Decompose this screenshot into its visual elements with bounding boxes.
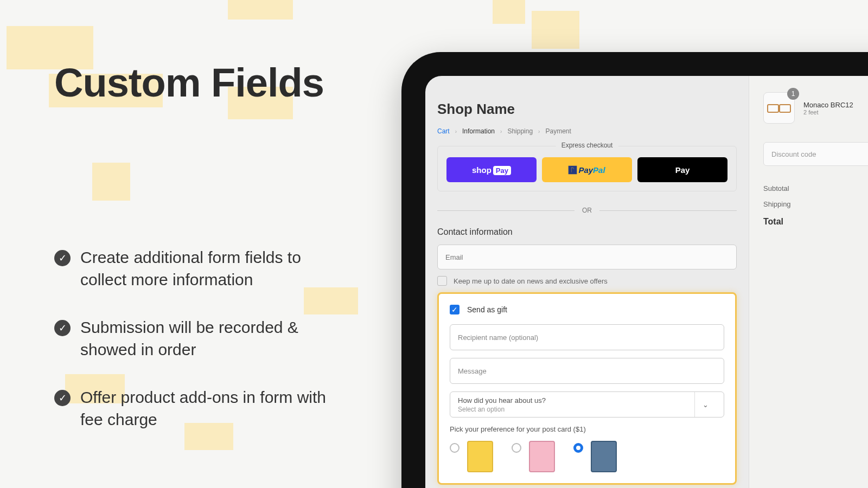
paypal-icon: 🅿 [569,165,577,175]
express-checkout-box: Express checkout shopPay 🅿 PayPal Pay [437,146,737,191]
radio-selected-icon[interactable] [573,443,583,453]
message-field[interactable]: Message [450,358,724,384]
postcard-option-2[interactable] [512,441,555,472]
hero-title: Custom Fields [54,60,342,106]
discount-code-field[interactable]: Discount code [763,142,868,166]
check-icon: ✓ [54,390,71,406]
check-icon: ✓ [54,320,71,336]
tablet-frame: Shop Name Cart › Information › Shipping … [401,52,868,488]
cart-item-row: 1 Monaco BRC12 2 feet [763,92,868,124]
newsletter-checkbox-row[interactable]: Keep me up to date on news and exclusive… [437,276,737,286]
or-divider: OR [437,207,737,214]
email-field[interactable]: Email [437,245,737,269]
breadcrumb-information: Information [462,127,495,135]
chevron-right-icon: › [538,129,540,134]
paypal-button[interactable]: 🅿 PayPal [542,157,632,182]
hear-about-selected: Select an option [458,406,546,413]
checkbox-checked-icon[interactable]: ✓ [450,305,459,314]
tablet-screen: Shop Name Cart › Information › Shipping … [425,76,868,488]
chevron-down-icon: ⌄ [694,392,716,417]
newsletter-label: Keep me up to date on news and exclusive… [454,277,608,285]
postcard-thumb-pink [529,441,555,472]
glasses-icon [767,104,791,112]
subtotal-label: Subtotal [763,184,789,192]
feature-item: Create additional form fields to collect… [80,247,342,291]
checkbox-icon[interactable] [437,276,447,286]
chevron-right-icon: › [500,129,502,134]
gift-custom-fields-panel: ✓ Send as gift Recipient name (optional)… [437,292,737,485]
postcard-option-3[interactable] [573,441,617,472]
shipping-label: Shipping [763,200,791,208]
breadcrumb-payment[interactable]: Payment [545,127,571,135]
paypal-label-a: Pay [578,165,593,175]
cart-item-name: Monaco BRC12 [803,101,853,109]
shoppay-button[interactable]: shopPay [446,157,537,182]
feature-item: Submission will be recorded & showed in … [80,317,342,361]
paypal-label-b: Pal [593,165,605,175]
postcard-thumb-yellow [467,441,493,472]
radio-icon[interactable] [450,443,459,453]
contact-info-title: Contact information [437,227,737,237]
send-as-gift-row[interactable]: ✓ Send as gift [450,305,724,314]
breadcrumb: Cart › Information › Shipping › Payment [437,127,737,135]
total-label: Total [763,217,783,227]
applepay-button[interactable]: Pay [637,157,727,182]
breadcrumb-cart[interactable]: Cart [437,127,450,135]
postcard-option-1[interactable] [450,441,493,472]
breadcrumb-shipping[interactable]: Shipping [507,127,533,135]
hear-about-select[interactable]: How did you hear about us? Select an opt… [450,391,724,418]
chevron-right-icon: › [455,129,457,134]
recipient-name-field[interactable]: Recipient name (optional) [450,324,724,350]
cart-item-variant: 2 feet [803,109,853,115]
hear-about-question: How did you hear about us? [458,396,546,404]
cart-qty-badge: 1 [787,88,799,100]
check-icon: ✓ [54,250,71,266]
shop-name: Shop Name [437,101,737,118]
radio-icon[interactable] [512,443,521,453]
send-as-gift-label: Send as gift [467,305,507,314]
express-checkout-label: Express checkout [556,142,618,149]
postcard-label: Pick your preference for your post card … [450,425,724,433]
feature-item: Offer product add-ons in form with fee c… [80,387,342,431]
shoppay-label: shopPay [472,165,511,175]
feature-list: ✓ Create additional form fields to colle… [54,247,342,431]
postcard-thumb-blue [591,441,617,472]
applepay-label: Pay [675,165,690,175]
